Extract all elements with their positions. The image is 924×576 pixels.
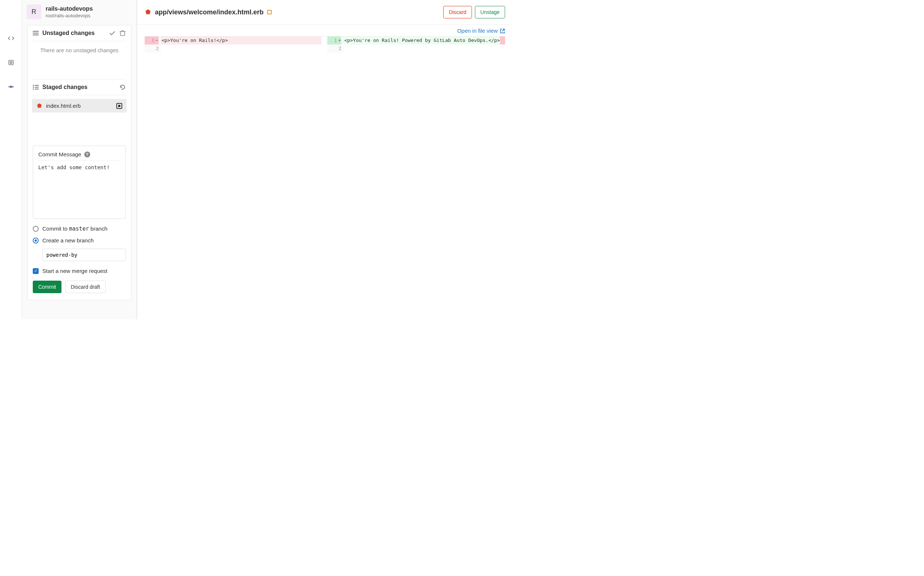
external-link-icon [500,28,505,34]
diff-line-removed: <p>You're on Rails!</p> [161,37,321,45]
radio-commit-master[interactable]: Commit to master branch [33,226,126,232]
radio-icon [33,226,38,232]
changes-panel: Unstaged changes There are no unstaged c… [27,25,132,300]
project-path: root/rails-autodevops [46,13,93,18]
svg-rect-13 [33,87,34,88]
diff-line-added: <p>You're on Rails! Powered by GitLab Au… [343,37,500,45]
diff-view: 1− 2 <p>You're on Rails!</p> 1+ 2 <p>You… [145,36,505,53]
svg-rect-5 [33,31,38,32]
staged-header: Staged changes [27,80,131,95]
radio-new-branch[interactable]: Create a new branch [33,237,126,243]
svg-rect-0 [9,60,13,65]
svg-rect-7 [33,35,38,35]
svg-rect-1 [10,62,12,64]
svg-rect-6 [33,33,38,34]
staged-list-icon [33,84,38,90]
unstage-file-icon[interactable] [116,103,122,109]
diff-left: 1− 2 <p>You're on Rails!</p> [145,37,321,53]
svg-rect-15 [33,89,34,90]
file-path: app/views/welcome/index.html.erb [155,8,263,16]
svg-rect-12 [35,85,38,86]
editor-area: app/views/welcome/index.html.erb Discard… [137,0,512,319]
staged-title: Staged changes [42,84,116,91]
commit-message-input[interactable] [38,165,120,212]
discard-draft-button[interactable]: Discard draft [65,281,105,293]
activity-bar [0,0,22,319]
start-mr-checkbox[interactable]: ✓ Start a new merge request [33,268,126,274]
staged-file-row[interactable]: index.html.erb [32,99,127,112]
svg-rect-8 [120,32,124,36]
ruby-icon [37,103,42,109]
unstaged-title: Unstaged changes [42,30,105,37]
svg-point-2 [10,86,12,88]
review-icon[interactable] [4,55,18,70]
project-avatar: R [27,5,41,19]
commit-icon[interactable] [4,80,18,94]
checkbox-icon: ✓ [33,268,38,274]
commit-sidebar: R rails-autodevops root/rails-autodevops… [22,0,137,319]
unstaged-header: Unstaged changes [27,26,131,41]
unstage-button[interactable]: Unstage [475,6,505,18]
unstaged-empty: There are no unstaged changes [27,41,131,79]
svg-line-17 [502,29,504,31]
unstage-all-icon[interactable] [119,84,126,91]
svg-rect-16 [35,89,38,90]
discard-all-icon[interactable] [119,30,126,37]
diff-right: 1+ 2 <p>You're on Rails! Powered by GitL… [327,37,505,53]
hamburger-icon [33,30,38,36]
open-in-file-view-link[interactable]: Open in file view [137,25,512,36]
commit-message-label: Commit Message [38,151,81,157]
commit-button[interactable]: Commit [33,281,61,293]
commit-message-box: Commit Message ? [33,146,126,219]
stage-all-icon[interactable] [109,30,116,37]
file-header: app/views/welcome/index.html.erb Discard… [137,0,512,25]
code-icon[interactable] [4,31,18,46]
ruby-icon [145,9,151,16]
modified-icon [267,10,272,14]
project-header: R rails-autodevops root/rails-autodevops [22,0,136,22]
discard-button[interactable]: Discard [443,6,472,18]
svg-rect-14 [35,87,38,88]
branch-name-input[interactable] [42,249,126,261]
radio-icon [33,238,38,243]
staged-file-name: index.html.erb [46,102,113,109]
help-icon[interactable]: ? [84,152,90,157]
svg-rect-11 [33,85,34,86]
project-title: rails-autodevops [46,5,93,12]
